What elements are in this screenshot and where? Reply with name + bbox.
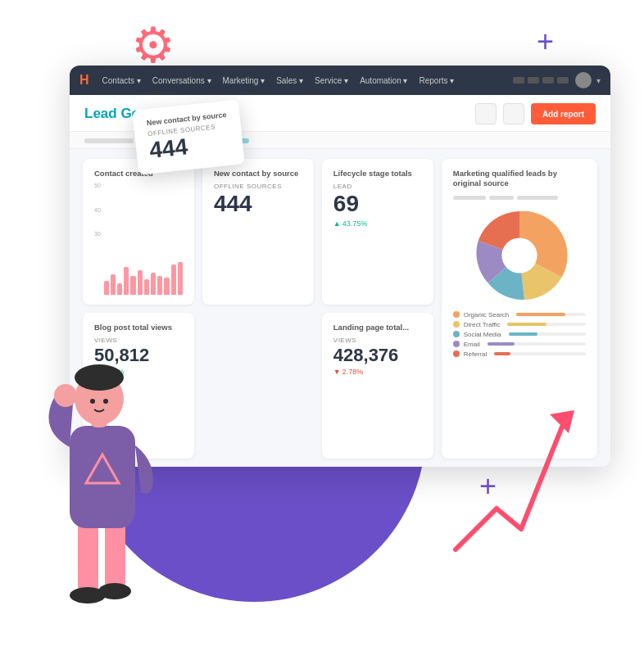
lifecycle-stage-title: Lifecycle stage totals — [333, 169, 422, 178]
lifecycle-stage-value: 69 — [333, 192, 422, 217]
legend-label-5: Referral — [464, 350, 487, 358]
new-contact-source-title: New contact by source — [214, 169, 302, 178]
y-axis-label-50: 50 — [94, 183, 101, 188]
legend-bar-5 — [494, 352, 586, 355]
add-report-button[interactable]: Add report — [531, 103, 596, 124]
legend-dot-5 — [453, 350, 460, 357]
svg-rect-1 — [78, 520, 98, 594]
mql-filter-1 — [453, 196, 486, 200]
landing-page-card: Landing page total... VIEWS 428,376 ▼ 2.… — [322, 313, 433, 459]
nav-sales[interactable]: Sales ▾ — [271, 75, 308, 87]
legend-item-2: Direct Traffic — [453, 321, 586, 328]
legend-label-3: Social Media — [464, 331, 501, 338]
legend-dot-4 — [453, 341, 460, 347]
svg-rect-5 — [70, 426, 135, 528]
action-button-2[interactable] — [503, 103, 524, 124]
legend-label-2: Direct Traffic — [464, 321, 501, 328]
legend-item-3: Social Media — [453, 331, 586, 338]
up-arrow-icon: ▲ — [333, 219, 341, 228]
new-contact-source-value: 444 — [214, 192, 302, 217]
pie-chart-svg — [470, 206, 569, 305]
landing-page-label: VIEWS — [333, 337, 422, 344]
legend-item-4: Email — [453, 341, 586, 348]
nav-dot-1 — [513, 77, 524, 84]
svg-rect-2 — [105, 520, 125, 590]
mql-filter-3 — [517, 196, 558, 200]
nav-dot-2 — [528, 77, 539, 84]
action-button-1[interactable] — [475, 103, 497, 124]
y-axis-label-40: 40 — [94, 207, 101, 213]
svg-point-4 — [98, 583, 131, 599]
pie-chart-container — [453, 206, 586, 305]
svg-point-13 — [501, 237, 537, 273]
lifecycle-stage-card: Lifecycle stage totals LEAD 69 ▲ 43.75% — [322, 159, 433, 305]
legend-dot-1 — [453, 311, 460, 318]
nav-toolbar-dots — [513, 77, 569, 84]
user-avatar[interactable] — [575, 72, 592, 88]
person-illustration — [16, 274, 180, 618]
lifecycle-stage-label: LEAD — [333, 183, 422, 190]
dashboard-actions: Add report — [475, 103, 596, 124]
mql-title: Marketing qualified leads by original so… — [453, 169, 586, 189]
landing-page-title: Landing page total... — [333, 323, 422, 332]
plus-decoration-top: + — [537, 25, 554, 59]
legend-dot-2 — [453, 321, 460, 328]
svg-point-10 — [75, 364, 124, 391]
landing-page-value: 428,376 — [333, 346, 422, 365]
nav-contacts[interactable]: Contacts ▾ — [98, 75, 146, 87]
filter-pill-1[interactable] — [84, 138, 134, 143]
nav-automation[interactable]: Automation ▾ — [355, 75, 412, 87]
landing-down-arrow-icon: ▼ — [333, 368, 341, 376]
nav-chevron-icon: ▾ — [596, 76, 601, 85]
legend-bar-3 — [509, 332, 586, 336]
landing-page-change-text: 2.78% — [342, 368, 364, 376]
lifecycle-stage-change-text: 43.75% — [342, 219, 368, 228]
legend-label-4: Email — [464, 341, 480, 348]
legend-label-1: Organic Search — [464, 311, 510, 319]
new-contact-source-label: OFFLINE SOURCES — [214, 183, 302, 190]
floating-stat-card: New contact by source OFFLINE SOURCES 44… — [132, 99, 245, 174]
legend-bar-1 — [516, 313, 586, 316]
trend-arrow-decoration — [447, 402, 578, 569]
svg-point-12 — [103, 399, 108, 404]
nav-reports[interactable]: Reports ▾ — [415, 75, 460, 87]
legend-item-1: Organic Search — [453, 311, 586, 319]
legend-item-5: Referral — [453, 350, 586, 358]
svg-point-7 — [54, 384, 77, 407]
nav-service[interactable]: Service ▾ — [310, 75, 353, 87]
navbar: H Contacts ▾ Conversations ▾ Marketing ▾… — [70, 66, 610, 95]
legend-dot-3 — [453, 331, 460, 337]
landing-page-change: ▼ 2.78% — [333, 368, 422, 376]
pie-legend: Organic Search Direct Traffic Social Med… — [453, 311, 586, 358]
legend-bar-2 — [507, 323, 586, 326]
mql-filter-2 — [489, 196, 514, 200]
nav-dot-4 — [557, 77, 569, 84]
legend-bar-4 — [488, 342, 586, 346]
hubspot-logo: H — [79, 73, 89, 88]
y-axis-label-30: 30 — [94, 231, 101, 237]
nav-marketing[interactable]: Marketing ▾ — [218, 75, 270, 87]
nav-dot-3 — [542, 77, 554, 84]
lifecycle-stage-change: ▲ 43.75% — [333, 219, 422, 228]
svg-point-11 — [90, 399, 95, 404]
nav-conversations[interactable]: Conversations ▾ — [147, 75, 216, 87]
new-contact-source-card: New contact by source OFFLINE SOURCES 44… — [202, 159, 314, 305]
